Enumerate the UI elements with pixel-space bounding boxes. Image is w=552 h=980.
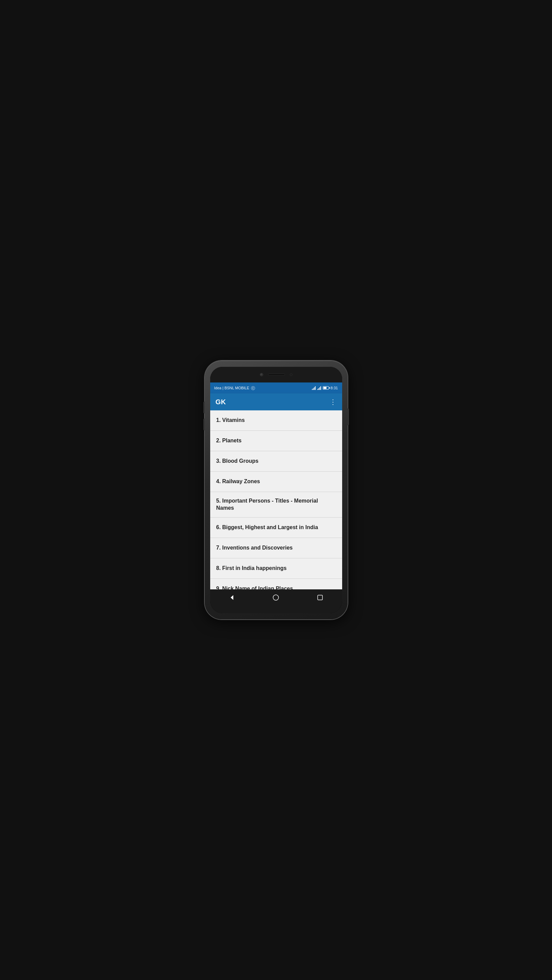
carrier-text: Idea | BSNL MOBILE (214, 386, 249, 390)
signal-icon-1 (312, 386, 316, 390)
status-bar-right: 8:31 (312, 386, 338, 390)
ir-sensor-icon (290, 373, 292, 376)
list-item[interactable]: 7. Inventions and Discoveries (210, 538, 342, 558)
app-toolbar: GK ⋮ (210, 393, 342, 410)
list-item[interactable]: 1. Vitamins (210, 410, 342, 431)
list-item[interactable]: 8. First in India happenings (210, 558, 342, 579)
back-button[interactable] (225, 591, 239, 605)
svg-marker-0 (231, 595, 233, 600)
svg-rect-2 (318, 595, 322, 600)
battery-fill (324, 387, 327, 389)
list-item[interactable]: 5. Important Persons - Titles - Memorial… (210, 492, 342, 517)
top-bezel (210, 367, 342, 382)
navigation-bar (210, 589, 342, 606)
app-screen: Idea | BSNL MOBILE ⓒ (210, 382, 342, 589)
status-bar: Idea | BSNL MOBILE ⓒ (210, 382, 342, 393)
list-item-text: 4. Railway Zones (216, 478, 260, 485)
front-camera-icon (260, 373, 263, 376)
signal-icon-2 (317, 386, 321, 390)
status-bar-left: Idea | BSNL MOBILE ⓒ (214, 385, 256, 390)
recents-button[interactable] (313, 591, 327, 605)
list-item-text: 3. Blood Groups (216, 458, 259, 465)
list-item[interactable]: 4. Railway Zones (210, 472, 342, 492)
bottom-bezel (210, 606, 342, 613)
phone-device: Idea | BSNL MOBILE ⓒ (205, 361, 347, 619)
app-title: GK (216, 398, 226, 406)
list-item-text: 7. Inventions and Discoveries (216, 544, 293, 552)
phone-screen-container: Idea | BSNL MOBILE ⓒ (210, 367, 342, 613)
list-item-text: 1. Vitamins (216, 417, 245, 424)
list-item[interactable]: 6. Biggest, Highest and Largest in India (210, 517, 342, 538)
gk-topic-list[interactable]: 1. Vitamins2. Planets3. Blood Groups4. R… (210, 410, 342, 589)
list-item-text: 6. Biggest, Highest and Largest in India (216, 524, 318, 531)
more-options-button[interactable]: ⋮ (330, 398, 337, 405)
earpiece-speaker (268, 374, 285, 375)
list-item-text: 9. Nick Name of Indian Places (216, 585, 293, 589)
list-item[interactable]: 9. Nick Name of Indian Places (210, 579, 342, 589)
list-item[interactable]: 3. Blood Groups (210, 451, 342, 472)
list-item[interactable]: 2. Planets (210, 431, 342, 451)
list-item-text: 2. Planets (216, 437, 242, 444)
whatsapp-icon: ⓒ (251, 385, 256, 390)
svg-point-1 (273, 595, 279, 600)
list-item-text: 5. Important Persons - Titles - Memorial… (216, 498, 336, 512)
list-item-text: 8. First in India happenings (216, 565, 287, 572)
status-time: 8:31 (331, 386, 338, 390)
home-button[interactable] (269, 591, 282, 605)
battery-icon (323, 386, 329, 390)
